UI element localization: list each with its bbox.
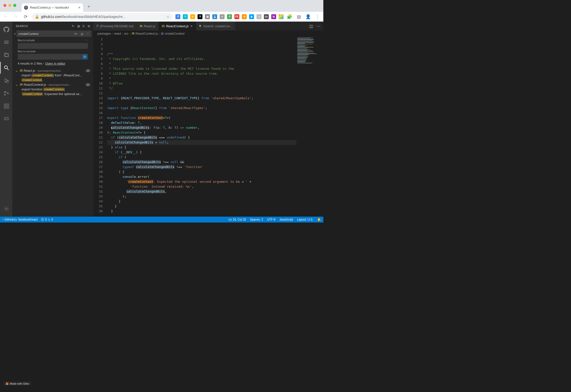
ext-icon-5[interactable]: ▤ bbox=[205, 14, 210, 19]
search-result-match[interactable]: 'createContext: Expected the optional se… bbox=[12, 92, 93, 96]
activity-github-icon[interactable] bbox=[0, 24, 12, 35]
more-icon[interactable]: ⋯ bbox=[85, 39, 88, 42]
forward-button[interactable]: → bbox=[12, 14, 19, 19]
match-word-icon[interactable]: ab bbox=[80, 32, 84, 36]
ext-icon-15[interactable]: ○ bbox=[279, 14, 284, 19]
activity-menu-icon[interactable] bbox=[0, 36, 12, 48]
activity-bar bbox=[0, 22, 12, 217]
open-in-editor-link[interactable]: Open in editor bbox=[45, 62, 65, 65]
search-result-file[interactable]: ⌄JS React.js ~/packages/react/src2 bbox=[12, 68, 93, 73]
exclude-input[interactable] bbox=[18, 54, 88, 60]
new-tab-button[interactable]: + bbox=[87, 4, 90, 9]
search-input[interactable]: createContext Aa ab .* bbox=[16, 30, 91, 37]
ext-icon-6[interactable]: 💾 bbox=[212, 14, 217, 19]
activity-search-icon[interactable] bbox=[0, 62, 12, 74]
browser-tab[interactable]: ReactContext.js — facebook/r ✕ bbox=[22, 3, 83, 12]
status-bar: › GitHub1s: facebook/react ⓧ 0 ⚠ 0 Ln 19… bbox=[0, 217, 323, 223]
status-layout[interactable]: Layout: U.S. bbox=[297, 218, 313, 221]
svg-rect-8 bbox=[4, 107, 6, 108]
minimap[interactable] bbox=[296, 36, 323, 217]
activity-scm-icon[interactable] bbox=[0, 87, 12, 99]
svg-point-6 bbox=[7, 93, 9, 94]
editor-tab[interactable]: JSReactContext.js✕ bbox=[159, 22, 196, 30]
svg-point-5 bbox=[4, 94, 6, 96]
svg-point-0 bbox=[4, 66, 7, 69]
svg-point-14 bbox=[6, 208, 7, 210]
browser-toolbar: ← → ⟳ 🔒 github1s.com/facebook/react/blob… bbox=[0, 12, 323, 22]
status-cursor[interactable]: Ln 19, Col 20 bbox=[228, 218, 246, 221]
split-editor-icon[interactable]: ◫ bbox=[309, 24, 313, 28]
editor-tabs: ⓘ[Preview] README.mdJSReact.jsJSReactCon… bbox=[93, 22, 323, 30]
ext-icon-7[interactable]: ▼ bbox=[220, 14, 225, 19]
browser-tab-strip: ReactContext.js — facebook/r ✕ + bbox=[0, 0, 323, 12]
ext-icon-9[interactable]: FE bbox=[234, 14, 239, 19]
search-result-file[interactable]: ⌄JS ReactContext.js ~/packages/react/...… bbox=[12, 82, 93, 87]
include-input[interactable] bbox=[18, 43, 88, 49]
status-bell-icon[interactable]: 🔔 bbox=[317, 218, 321, 221]
ext-icon-11[interactable]: ◆ bbox=[249, 14, 254, 19]
activity-debug-icon[interactable] bbox=[0, 75, 12, 86]
search-result-match[interactable]: export function createContext( bbox=[12, 87, 93, 92]
status-problems[interactable]: ⓧ 0 ⚠ 0 bbox=[41, 218, 53, 222]
ext-icon-8[interactable]: ⠿ bbox=[227, 14, 232, 19]
refresh-icon[interactable]: ↻ bbox=[72, 25, 74, 28]
more-actions-icon[interactable]: ⋯ bbox=[316, 24, 320, 28]
results-summary: 4 results in 2 files - Open in editor bbox=[12, 60, 93, 67]
profile-icon[interactable]: 👤 bbox=[305, 14, 312, 19]
reading-list-icon[interactable]: ▤ bbox=[295, 14, 302, 19]
ext-icon-10[interactable]: ⚛ bbox=[242, 14, 247, 19]
tab-close-icon[interactable]: ✕ bbox=[190, 24, 193, 28]
status-encoding[interactable]: UTF-8 bbox=[267, 218, 275, 221]
svg-rect-9 bbox=[7, 107, 9, 108]
ext-icon-12[interactable]: ◻ bbox=[257, 14, 261, 19]
regex-icon[interactable]: .* bbox=[86, 32, 89, 36]
back-button[interactable]: ← bbox=[2, 14, 9, 19]
editor-tab[interactable]: 🔍Search: createCon... bbox=[196, 22, 236, 30]
window-minimize[interactable] bbox=[8, 4, 11, 7]
search-result-match[interactable]: import {createContext} from './ReactCont… bbox=[12, 73, 93, 78]
address-bar[interactable]: 🔒 github1s.com/facebook/react/blob/HEAD/… bbox=[32, 13, 172, 20]
svg-rect-10 bbox=[7, 104, 9, 106]
breadcrumb[interactable]: packages› react› src› JS ReactContext.js… bbox=[93, 30, 323, 36]
svg-point-13 bbox=[7, 118, 8, 119]
activity-remote-icon[interactable] bbox=[0, 113, 12, 125]
exclude-label: files to exclude bbox=[18, 50, 36, 53]
activity-extensions-icon[interactable] bbox=[0, 100, 12, 112]
reload-button[interactable]: ⟳ bbox=[22, 14, 29, 19]
sidebar-title: SEARCH bbox=[16, 25, 28, 28]
window-close[interactable] bbox=[3, 4, 6, 7]
bookmark-star-icon[interactable]: ☆ bbox=[166, 15, 170, 19]
match-case-icon[interactable]: Aa bbox=[73, 32, 78, 36]
window-maximize[interactable] bbox=[13, 4, 16, 7]
ext-icon-13[interactable]: cc bbox=[264, 14, 269, 19]
window-controls bbox=[3, 4, 16, 7]
ext-icon-4[interactable]: ⠿ bbox=[198, 14, 202, 19]
collapse-icon[interactable]: ⊟ bbox=[88, 25, 90, 28]
tab-close-icon[interactable]: ✕ bbox=[78, 6, 81, 9]
include-label: files to include bbox=[18, 39, 35, 42]
editor-tab[interactable]: ⓘ[Preview] README.md bbox=[93, 22, 136, 30]
svg-rect-11 bbox=[4, 117, 8, 120]
extensions-menu-icon[interactable]: 🧩 bbox=[286, 14, 293, 19]
clear-icon[interactable]: ▤ bbox=[77, 25, 80, 28]
svg-rect-7 bbox=[4, 104, 6, 106]
search-result-match[interactable]: createContext, bbox=[12, 78, 93, 82]
tab-title: ReactContext.js — facebook/r bbox=[30, 6, 76, 9]
ext-icon-14[interactable]: lp bbox=[271, 14, 276, 19]
ext-icon-3[interactable]: ● bbox=[190, 14, 195, 19]
status-language[interactable]: JavaScript bbox=[279, 218, 293, 221]
status-branch[interactable]: › GitHub1s: facebook/react bbox=[2, 218, 38, 221]
new-file-icon[interactable]: ⎘ bbox=[83, 25, 85, 28]
editor-tab[interactable]: JSReact.js bbox=[136, 22, 158, 30]
code-editor[interactable]: 1234567891011121314151617181920212223242… bbox=[93, 36, 323, 217]
status-indent[interactable]: Spaces: 2 bbox=[250, 218, 263, 221]
activity-explorer-icon[interactable] bbox=[0, 49, 12, 61]
extension-icons: ⠿ V ● ⠿ ▤ 💾 ▼ ⠿ FE ⚛ ◆ ◻ cc lp ○ 🧩 ▤ 👤 ⋮ bbox=[175, 14, 321, 19]
ext-icon-2[interactable]: V bbox=[183, 14, 188, 19]
ext-translate-icon[interactable]: ⠿ bbox=[175, 14, 180, 19]
url-text: github1s.com/facebook/react/blob/HEAD/pa… bbox=[41, 15, 164, 19]
exclude-settings-icon[interactable] bbox=[83, 55, 87, 59]
activity-settings-icon[interactable] bbox=[0, 203, 12, 215]
search-details-toggle[interactable]: › bbox=[14, 31, 15, 36]
chrome-menu-icon[interactable]: ⋮ bbox=[314, 14, 321, 19]
